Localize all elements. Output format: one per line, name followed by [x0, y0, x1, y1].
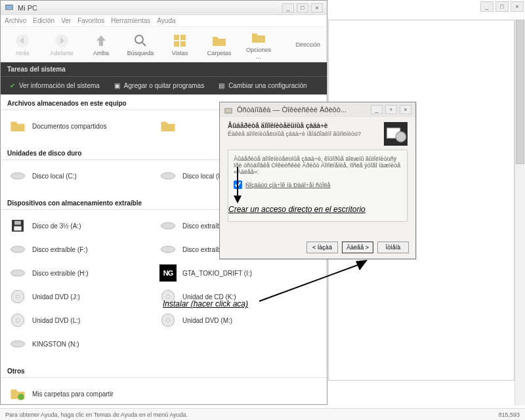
- back-icon: [14, 33, 30, 49]
- forward-label: Adelante: [50, 50, 74, 56]
- svg-point-28: [18, 394, 24, 400]
- menu-ayuda[interactable]: Ayuda: [157, 17, 175, 24]
- item-disk-c[interactable]: Disco local (C:): [7, 164, 158, 188]
- svg-rect-7: [180, 35, 186, 40]
- item-label: Disco extraíble (F:): [32, 246, 87, 253]
- search-button[interactable]: Búsqueda: [125, 33, 156, 56]
- up-label: Arriba: [93, 50, 109, 56]
- item-kingston-n[interactable]: KINGSTON (N:): [7, 332, 158, 356]
- svg-point-4: [135, 35, 143, 43]
- menu-edicion[interactable]: Edición: [33, 17, 54, 24]
- system-tasks-bar: Tareas del sistema ✔Ver información del …: [1, 62, 327, 94]
- dialog-subheading: Êàêèå äîïîëíèòåëüíûå çàäà÷è íåîáõîäèìî â…: [228, 131, 377, 137]
- item-label: Disco local (C:): [32, 173, 77, 180]
- dialog-paragraph: Âûáåðèòå äîïîëíèòåëüíûå çàäà÷è, êîòîðûå …: [234, 156, 402, 175]
- drive-icon: [159, 167, 177, 185]
- item-cd-k[interactable]: Unidad de CD (K:): [158, 285, 308, 308]
- item-label: KINGSTON (N:): [32, 341, 79, 348]
- svg-point-20: [16, 295, 20, 299]
- mypc-icon: [5, 3, 14, 12]
- menubar: Archivo Edición Ver Favoritos Herramient…: [1, 15, 327, 27]
- check-icon: ✔: [10, 82, 15, 89]
- item-dvd-j[interactable]: Unidad DVD (J:): [7, 285, 158, 308]
- svg-rect-9: [180, 41, 186, 47]
- item-disk-h[interactable]: Disco extraíble (H:): [7, 261, 158, 285]
- settings-icon: ▤: [219, 82, 224, 89]
- dialog-body: Âûáåðèòå äîïîëíèòåëüíûå çàäà÷è Êàêèå äîï…: [220, 117, 415, 227]
- dialog-frame: Âûáåðèòå äîïîëíèòåëüíûå çàäà÷è, êîòîðûå …: [228, 150, 408, 222]
- svg-rect-29: [225, 108, 232, 113]
- item-floppy-a[interactable]: Disco de 3½ (A:): [7, 214, 158, 238]
- menu-ver[interactable]: Ver: [61, 17, 71, 24]
- dialog-titlebar: Óñòàíîâêà — Òîêèéñêèé Äðèôò... _ + ×: [220, 102, 415, 117]
- svg-rect-8: [174, 41, 179, 47]
- sysinfo-link[interactable]: ✔Ver información del sistema: [10, 82, 100, 89]
- installer-dialog: Óñòàíîâêà — Òîêèéñêèé Äðèôò... _ + × Âûá…: [219, 102, 416, 259]
- desktop-shortcut-checkbox[interactable]: [234, 180, 242, 189]
- menu-herramientas[interactable]: Herramientas: [111, 17, 150, 24]
- forward-button[interactable]: Adelante: [47, 33, 77, 56]
- item-label: Disco de 3½ (A:): [32, 222, 81, 230]
- status-coords: 815,593: [498, 411, 520, 418]
- statusbar: Para obtener Ayuda, haga clic en Temas d…: [0, 408, 525, 420]
- cd-icon: [159, 287, 177, 306]
- drive-icon: [9, 335, 27, 353]
- item-share-folders[interactable]: Mis carpetas para compartir: [7, 382, 158, 403]
- up-icon: [93, 33, 109, 49]
- maximize-button[interactable]: □: [297, 3, 308, 12]
- outer-close-button[interactable]: ×: [511, 1, 524, 12]
- item-label: Unidad DVD (L:): [32, 317, 80, 324]
- dvd-icon: [9, 311, 27, 329]
- item-dvd-l[interactable]: Unidad DVD (L:): [7, 308, 158, 332]
- status-help-text: Para obtener Ayuda, haga clic en Temas d…: [5, 411, 188, 418]
- scrollbar-thumb[interactable]: [516, 20, 524, 164]
- dialog-plus-button[interactable]: +: [385, 105, 397, 114]
- options-button[interactable]: Opciones ...: [243, 30, 274, 60]
- back-button[interactable]: Atrás: [7, 33, 37, 56]
- dvd-icon: [9, 287, 27, 306]
- svg-point-17: [161, 246, 175, 253]
- svg-rect-1: [7, 9, 10, 10]
- floppy-icon: [9, 217, 27, 235]
- minimize-button[interactable]: _: [282, 3, 294, 12]
- section-other: Otros: [1, 362, 327, 378]
- addremove-link[interactable]: ▣Agregar o quitar programas: [114, 82, 204, 89]
- views-button[interactable]: Vistas: [165, 33, 195, 56]
- item-label: Unidad DVD (M:): [182, 317, 232, 324]
- forward-icon: [54, 33, 70, 49]
- outer-minimize-button[interactable]: _: [480, 1, 494, 12]
- outer-scrollbar[interactable]: [514, 20, 525, 406]
- svg-rect-13: [14, 221, 21, 225]
- cancel-dialog-button[interactable]: Îòìåíà: [377, 242, 409, 253]
- close-button[interactable]: ×: [311, 3, 323, 12]
- menu-archivo[interactable]: Archivo: [5, 17, 26, 24]
- item-disk-i[interactable]: NGGTA_TOKIO_DRIFT (I:): [158, 261, 308, 285]
- drive-icon: [159, 240, 177, 259]
- item-disk-f[interactable]: Disco extraíble (F:): [7, 238, 158, 261]
- next-dialog-button[interactable]: Äàëåå >: [342, 242, 373, 253]
- window-title: Mi PC: [18, 4, 37, 12]
- dialog-close-button[interactable]: ×: [400, 105, 411, 114]
- share-folder-icon: [9, 385, 27, 403]
- item-dvd-m[interactable]: Unidad DVD (M:): [158, 308, 308, 332]
- svg-point-31: [396, 132, 406, 142]
- folders-label: Carpetas: [207, 50, 232, 56]
- svg-point-27: [10, 341, 24, 347]
- svg-line-5: [142, 43, 146, 46]
- svg-point-15: [161, 222, 175, 229]
- item-shared-docs[interactable]: Documentos compartidos: [7, 114, 158, 138]
- svg-rect-14: [14, 226, 21, 231]
- changesettings-link[interactable]: ▤Cambiar una configuración: [219, 82, 307, 89]
- dialog-minimize-button[interactable]: _: [371, 105, 383, 114]
- drive-icon: [9, 264, 27, 282]
- drive-icon: [9, 240, 27, 259]
- outer-maximize-button[interactable]: □: [495, 1, 509, 12]
- svg-point-11: [161, 173, 175, 179]
- titlebar: Mi PC _ □ ×: [1, 1, 327, 15]
- folders-button[interactable]: Carpetas: [204, 33, 234, 56]
- folder-icon: [159, 117, 177, 135]
- menu-favoritos[interactable]: Favoritos: [77, 17, 104, 24]
- up-button[interactable]: Arriba: [86, 33, 116, 56]
- back-label: Atrás: [15, 50, 29, 56]
- back-dialog-button[interactable]: < Íàçàä: [306, 242, 338, 253]
